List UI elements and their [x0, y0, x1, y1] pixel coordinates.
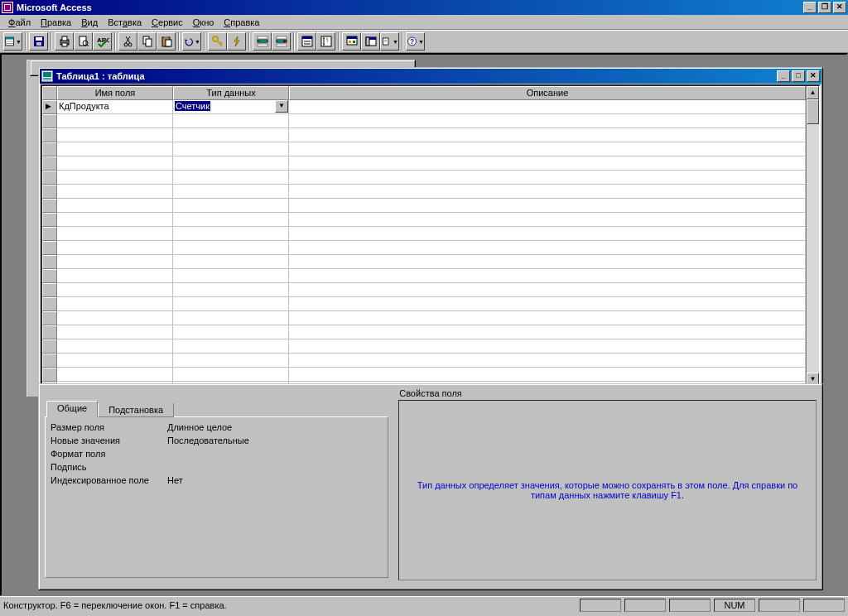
build-button[interactable] — [342, 32, 361, 51]
col-header-name[interactable]: Имя поля — [57, 86, 173, 100]
insert-rows-button[interactable] — [253, 32, 272, 51]
menu-insert[interactable]: Вставка — [103, 17, 147, 28]
newobject-button[interactable]: ▼ — [380, 32, 399, 51]
properties-button[interactable] — [297, 32, 316, 51]
svg-rect-8 — [62, 36, 67, 41]
row-selector[interactable] — [42, 339, 57, 354]
field-properties-pane: Свойства поля Общие Подстановка Размер п… — [38, 383, 823, 590]
row-selector[interactable] — [42, 142, 57, 156]
scroll-thumb[interactable] — [807, 99, 819, 124]
svg-point-17 — [128, 43, 132, 46]
row-selector[interactable] — [42, 185, 57, 199]
prop-value[interactable]: Длинное целое — [165, 421, 384, 434]
key-button[interactable] — [208, 32, 227, 51]
field-grid: Имя поля Тип данных Описание КдПродукта … — [41, 84, 821, 387]
prop-label: Индексированное поле — [49, 475, 165, 485]
prop-value[interactable] — [165, 448, 384, 460]
status-num: NUM — [714, 599, 755, 612]
spell-button[interactable]: ABC — [93, 32, 112, 51]
svg-rect-6 — [36, 42, 41, 46]
child-maximize-button[interactable]: □ — [792, 70, 805, 82]
row-selector-header[interactable] — [42, 86, 57, 100]
scroll-track[interactable] — [807, 124, 819, 373]
indexes-button[interactable] — [316, 32, 335, 51]
svg-text:ABC: ABC — [97, 36, 109, 44]
row-selector[interactable] — [42, 283, 57, 297]
scroll-up-button[interactable]: ▲ — [807, 86, 819, 99]
child-titlebar[interactable]: Таблица1 : таблица _ □ ✕ — [40, 69, 822, 84]
menubar: Файл Правка Вид Вставка Сервис Окно Спра… — [0, 15, 848, 30]
child-close-button[interactable]: ✕ — [807, 70, 820, 82]
row-selector[interactable] — [42, 156, 57, 171]
lightning-button[interactable] — [227, 32, 246, 51]
menu-window[interactable]: Окно — [188, 17, 219, 28]
status-cell — [803, 599, 845, 612]
row-selector[interactable] — [42, 368, 57, 382]
svg-line-25 — [220, 42, 222, 44]
restore-button[interactable]: ❐ — [818, 2, 831, 13]
row-selector[interactable] — [42, 297, 57, 311]
dbwindow-button[interactable] — [361, 32, 380, 51]
paste-button[interactable] — [157, 32, 176, 51]
cell-description[interactable] — [289, 100, 806, 114]
properties-left: Общие Подстановка Размер поляДлинное цел… — [45, 400, 388, 580]
help-button[interactable]: ?▼ — [406, 32, 425, 51]
toolbar: ▼ ABC ▼ ▼ ?▼ — [0, 30, 848, 53]
properties-help-text: Тип данных определяет значения, которые … — [407, 480, 807, 500]
workspace: Таблица1 : таблица _ □ ✕ Имя поля Тип да… — [0, 53, 848, 596]
save-button[interactable] — [29, 32, 48, 51]
cell-field-name[interactable]: КдПродукта — [57, 100, 173, 114]
row-selector[interactable] — [42, 354, 57, 368]
row-selector[interactable] — [42, 325, 57, 339]
menu-file[interactable]: Файл — [3, 17, 36, 28]
prop-value[interactable]: Нет — [165, 474, 384, 487]
preview-button[interactable] — [74, 32, 93, 51]
row-selector[interactable] — [42, 114, 57, 128]
row-selector[interactable] — [42, 311, 57, 325]
row-selector[interactable] — [42, 241, 57, 255]
svg-rect-33 — [302, 36, 312, 39]
undo-button[interactable]: ▼ — [182, 32, 201, 51]
menu-help[interactable]: Справка — [219, 17, 264, 28]
tab-lookup[interactable]: Подстановка — [98, 402, 174, 417]
menu-tools[interactable]: Сервис — [147, 17, 188, 28]
row-selector[interactable] — [42, 255, 57, 269]
status-cell — [624, 599, 666, 612]
close-button[interactable]: ✕ — [833, 2, 846, 13]
type-dropdown-button[interactable]: ▼ — [275, 100, 288, 113]
svg-rect-28 — [258, 44, 267, 46]
row-selector[interactable] — [42, 100, 57, 114]
tab-general[interactable]: Общие — [46, 401, 98, 417]
delete-rows-button[interactable] — [272, 32, 291, 51]
cut-button[interactable] — [118, 32, 137, 51]
table-design-window: Таблица1 : таблица _ □ ✕ Имя поля Тип да… — [38, 67, 823, 390]
status-cell — [669, 599, 711, 612]
svg-rect-22 — [166, 40, 171, 46]
cell-data-type[interactable]: Счетчик ▼ — [173, 100, 289, 114]
minimize-button[interactable]: _ — [803, 2, 817, 13]
row-selector[interactable] — [42, 128, 57, 142]
prop-value[interactable]: Последовательные — [165, 435, 384, 447]
svg-rect-1 — [6, 37, 14, 39]
svg-point-16 — [124, 43, 128, 46]
table-icon — [41, 70, 53, 82]
type-value: Счетчик — [175, 101, 210, 111]
col-header-desc[interactable]: Описание — [289, 86, 806, 100]
vertical-scrollbar[interactable]: ▲ ▼ — [806, 86, 819, 386]
prop-value[interactable] — [165, 461, 384, 474]
row-selector[interactable] — [42, 227, 57, 241]
row-selector[interactable] — [42, 171, 57, 185]
col-header-type[interactable]: Тип данных — [173, 86, 289, 100]
print-button[interactable] — [55, 32, 74, 51]
grid-rows: КдПродукта Счетчик ▼ — [42, 100, 806, 386]
prop-label: Размер поля — [49, 422, 165, 432]
properties-tab-panel: Размер поляДлинное целое Новые значенияП… — [45, 416, 388, 578]
row-selector[interactable] — [42, 269, 57, 283]
row-selector[interactable] — [42, 199, 57, 213]
copy-button[interactable] — [137, 32, 157, 51]
menu-view[interactable]: Вид — [76, 17, 103, 28]
view-button[interactable]: ▼ — [3, 32, 22, 51]
child-minimize-button[interactable]: _ — [777, 70, 790, 82]
row-selector[interactable] — [42, 213, 57, 227]
menu-edit[interactable]: Правка — [36, 17, 76, 28]
